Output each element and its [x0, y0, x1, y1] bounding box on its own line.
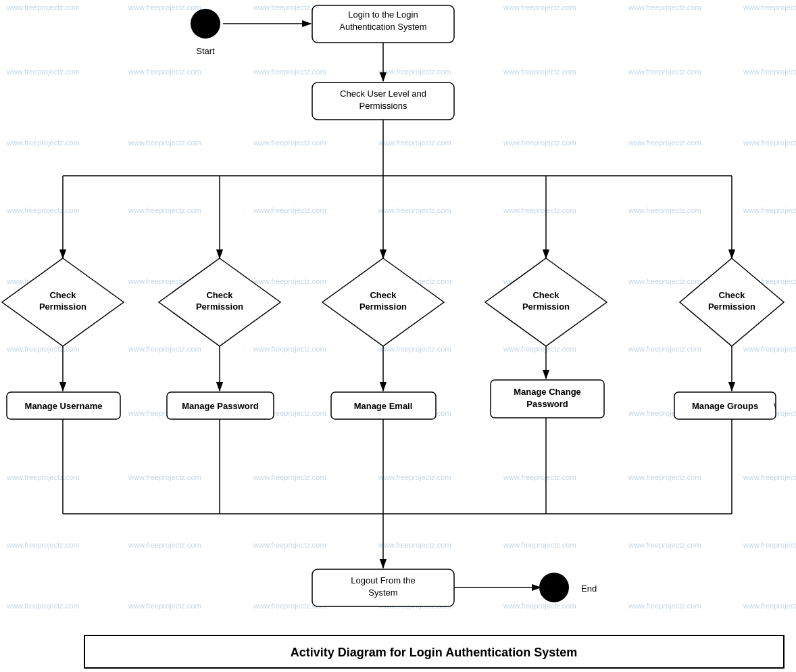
- svg-text:www.freeprojectz.com: www.freeprojectz.com: [253, 541, 326, 549]
- svg-text:www.freeprojectz.com: www.freeprojectz.com: [743, 139, 796, 147]
- svg-text:www.freeprojectz.com: www.freeprojectz.com: [743, 473, 796, 481]
- svg-text:www.freeprojectz.com: www.freeprojectz.com: [128, 473, 201, 481]
- svg-text:Permission: Permission: [196, 302, 243, 312]
- diagram-svg: www.freeprojectz.com www.freeprojectz.co…: [0, 0, 796, 672]
- check-user-text2: Permissions: [359, 101, 407, 111]
- start-circle: [191, 9, 220, 39]
- svg-text:www.freeprojectz.com: www.freeprojectz.com: [6, 139, 80, 147]
- svg-text:www.freeprojectz.com: www.freeprojectz.com: [128, 602, 201, 610]
- svg-text:Password: Password: [526, 399, 568, 409]
- svg-text:www.freeprojectz.com: www.freeprojectz.com: [6, 602, 80, 610]
- svg-text:www.freeprojectz.com: www.freeprojectz.com: [378, 139, 451, 147]
- svg-text:www.freeprojectz.com: www.freeprojectz.com: [743, 68, 796, 76]
- svg-text:www.freeprojectz.com: www.freeprojectz.com: [128, 206, 201, 214]
- svg-text:Permission: Permission: [708, 302, 755, 312]
- svg-text:Check: Check: [206, 290, 233, 300]
- svg-text:Check: Check: [532, 290, 559, 300]
- svg-text:www.freeprojectz.com: www.freeprojectz.com: [128, 139, 201, 147]
- svg-text:www.freeprojectz.com: www.freeprojectz.com: [6, 473, 80, 481]
- svg-text:www.freeprojectz.com: www.freeprojectz.com: [253, 68, 326, 76]
- svg-text:www.freeprojectz.com: www.freeprojectz.com: [378, 345, 451, 353]
- svg-text:www.freeprojectz.com: www.freeprojectz.com: [628, 473, 701, 481]
- svg-text:www.freeprojectz.com: www.freeprojectz.com: [253, 473, 326, 481]
- login-box-text2: Authentication System: [339, 22, 426, 32]
- svg-text:www.freeprojectz.com: www.freeprojectz.com: [743, 602, 796, 610]
- svg-text:www.freeprojectz.com: www.freeprojectz.com: [378, 541, 451, 549]
- svg-text:www.freeprojectz.com: www.freeprojectz.com: [628, 68, 701, 76]
- login-box-text1: Login to the Login: [348, 9, 418, 20]
- svg-text:Check: Check: [370, 290, 397, 300]
- svg-text:www.freeprojectz.com: www.freeprojectz.com: [628, 139, 701, 147]
- svg-text:www.freeprojectz.com: www.freeprojectz.com: [253, 139, 326, 147]
- svg-text:Manage Password: Manage Password: [182, 401, 258, 411]
- check-user-text1: Check User Level and: [340, 89, 426, 99]
- svg-text:www.freeprojectz.com: www.freeprojectz.com: [503, 345, 576, 353]
- svg-text:www.freeprojectz.com: www.freeprojectz.com: [6, 68, 80, 76]
- start-label: Start: [196, 46, 215, 56]
- svg-text:www.freeprojectz.com: www.freeprojectz.com: [378, 68, 451, 76]
- svg-text:www.freeprojectz.com: www.freeprojectz.com: [253, 206, 326, 214]
- svg-text:Check: Check: [718, 290, 745, 300]
- svg-text:www.freeprojectz.com: www.freeprojectz.com: [378, 206, 451, 214]
- svg-text:www.freeprojectz.com: www.freeprojectz.com: [253, 277, 326, 285]
- svg-text:www.freeprojectz.com: www.freeprojectz.com: [6, 345, 80, 353]
- svg-text:www.freeprojectz.com: www.freeprojectz.com: [743, 3, 796, 11]
- svg-text:Manage Email: Manage Email: [354, 401, 413, 411]
- svg-text:www.freeprojectz.com: www.freeprojectz.com: [6, 541, 80, 549]
- svg-text:www.freeprojectz.com: www.freeprojectz.com: [503, 68, 576, 76]
- svg-text:www.freeprojectz.com: www.freeprojectz.com: [628, 602, 701, 610]
- svg-text:www.freeprojectz.com: www.freeprojectz.com: [503, 473, 576, 481]
- svg-text:www.freeprojectz.com: www.freeprojectz.com: [743, 345, 796, 353]
- svg-text:www.freeprojectz.com: www.freeprojectz.com: [743, 541, 796, 549]
- svg-text:\: \: [774, 401, 776, 411]
- svg-text:www.freeprojectz.com: www.freeprojectz.com: [628, 345, 701, 353]
- svg-text:www.freeprojectz.com: www.freeprojectz.com: [503, 206, 576, 214]
- end-label: End: [581, 583, 597, 594]
- svg-text:Permission: Permission: [359, 302, 407, 312]
- svg-text:www.freeprojectz.com: www.freeprojectz.com: [503, 541, 576, 549]
- diagram-title: Activity Diagram for Login Authenticatio…: [291, 646, 577, 659]
- svg-text:www.freeprojectz.com: www.freeprojectz.com: [128, 68, 201, 76]
- svg-text:Manage Username: Manage Username: [25, 401, 103, 411]
- svg-text:www.freeprojectz.com: www.freeprojectz.com: [128, 3, 201, 11]
- svg-text:www.freeprojectz.com: www.freeprojectz.com: [628, 541, 701, 549]
- end-circle: [539, 573, 569, 602]
- svg-text:www.freeprojectz.com: www.freeprojectz.com: [378, 473, 451, 481]
- svg-text:www.freeprojectz.com: www.freeprojectz.com: [503, 3, 576, 11]
- svg-text:Permission: Permission: [522, 302, 570, 312]
- svg-text:Manage Change: Manage Change: [514, 387, 581, 397]
- svg-text:www.freeprojectz.com: www.freeprojectz.com: [253, 345, 326, 353]
- svg-text:www.freeprojectz.com: www.freeprojectz.com: [6, 206, 80, 214]
- svg-text:www.freeprojectz.com: www.freeprojectz.com: [6, 3, 80, 11]
- svg-text:www.freeprojectz.com: www.freeprojectz.com: [628, 277, 701, 285]
- svg-text:Check: Check: [49, 290, 76, 300]
- svg-text:www.freeprojectz.com: www.freeprojectz.com: [128, 345, 201, 353]
- svg-text:www.freeprojectz.com: www.freeprojectz.com: [503, 602, 576, 610]
- svg-text:Logout From the: Logout From the: [351, 575, 415, 585]
- svg-text:www.freeprojectz.com: www.freeprojectz.com: [743, 206, 796, 214]
- svg-text:System: System: [368, 587, 397, 598]
- svg-text:www.freeprojectz.com: www.freeprojectz.com: [628, 3, 701, 11]
- svg-text:Permission: Permission: [39, 302, 86, 312]
- svg-text:www.freeprojectz.com: www.freeprojectz.com: [128, 541, 201, 549]
- svg-text:www.freeprojectz.com: www.freeprojectz.com: [628, 206, 701, 214]
- svg-text:Manage Groups: Manage Groups: [692, 401, 758, 411]
- svg-text:www.freeprojectz.com: www.freeprojectz.com: [503, 139, 576, 147]
